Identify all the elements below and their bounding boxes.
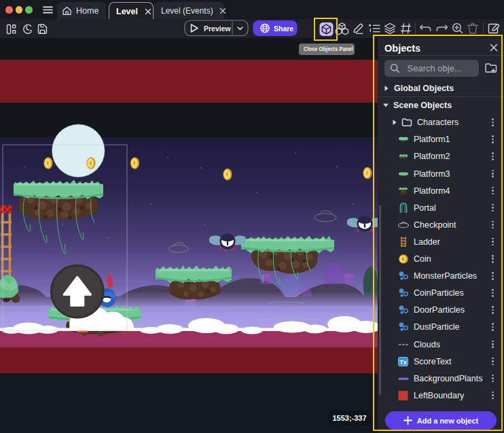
svg-text:Share: Share [274, 24, 293, 33]
svg-text:Tx: Tx [399, 358, 407, 365]
svg-text:Preview: Preview [204, 24, 232, 33]
